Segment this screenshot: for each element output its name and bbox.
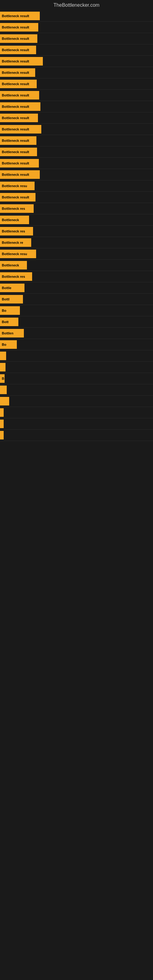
- bottleneck-label: Bottleneck re: [2, 241, 23, 244]
- bottleneck-bar[interactable]: Bottlen: [0, 329, 24, 337]
- bottleneck-bar[interactable]: Bottleneck result: [0, 125, 41, 134]
- list-item: Bo: [0, 339, 153, 350]
- bottleneck-bar[interactable]: Bottl: [0, 295, 23, 304]
- list-item: Bottleneck result: [0, 90, 153, 101]
- list-item: B: [0, 373, 153, 384]
- bottleneck-bar[interactable]: Bottleneck result: [0, 68, 35, 77]
- bottleneck-label: Bottleneck res: [2, 207, 25, 210]
- bottleneck-bar[interactable]: Bottleneck res: [0, 272, 32, 281]
- bottleneck-label: Bott: [2, 320, 9, 324]
- list-item: [0, 430, 153, 441]
- bottleneck-bar[interactable]: Bottleneck resu: [0, 250, 36, 258]
- list-item: Bottleneck: [0, 260, 153, 271]
- bottleneck-label: Bo: [2, 343, 6, 346]
- list-item: Bottleneck result: [0, 112, 153, 124]
- bottleneck-bar[interactable]: Bottleneck re: [0, 238, 31, 247]
- bottleneck-bar[interactable]: Bo: [0, 306, 20, 315]
- list-item: Bottleneck: [0, 215, 153, 226]
- bottleneck-bar[interactable]: Bottleneck resu: [0, 181, 35, 190]
- bottleneck-label: Bottleneck res: [2, 229, 25, 233]
- list-item: Bottlen: [0, 328, 153, 339]
- bottleneck-label: Bottleneck result: [2, 150, 29, 154]
- list-item: Bottleneck res: [0, 271, 153, 282]
- bottleneck-label: Bottleneck result: [2, 105, 29, 108]
- list-item: [0, 396, 153, 407]
- bottleneck-bar[interactable]: Bottleneck result: [0, 91, 39, 100]
- list-item: Bottleneck resu: [0, 248, 153, 260]
- bottleneck-bar[interactable]: [0, 420, 4, 428]
- bottleneck-bar[interactable]: Bottleneck result: [0, 148, 37, 156]
- bottleneck-label: Bottleneck result: [2, 59, 29, 63]
- list-item: Bottleneck result: [0, 67, 153, 78]
- list-item: Bottle: [0, 282, 153, 294]
- list-item: Bottleneck result: [0, 10, 153, 22]
- bottleneck-label: Bo: [2, 309, 6, 312]
- bottleneck-bar[interactable]: Bottleneck result: [0, 57, 43, 65]
- bottleneck-bar[interactable]: Bottleneck result: [0, 193, 35, 202]
- items-container: Bottleneck resultBottleneck resultBottle…: [0, 10, 153, 441]
- bottleneck-bar[interactable]: Bottle: [0, 283, 24, 292]
- bottleneck-bar[interactable]: [0, 385, 7, 394]
- list-item: Bottleneck resu: [0, 180, 153, 192]
- bottleneck-bar[interactable]: Bottleneck result: [0, 114, 38, 122]
- list-item: Bottleneck result: [0, 45, 153, 56]
- bottleneck-label: Bottleneck result: [2, 71, 29, 75]
- bottleneck-label: Bottleneck res: [2, 275, 25, 278]
- bottleneck-bar[interactable]: [0, 397, 9, 406]
- bottleneck-label: Bottle: [2, 286, 11, 290]
- list-item: Bottl: [0, 294, 153, 305]
- bottleneck-bar[interactable]: B: [0, 374, 5, 383]
- list-item: Bottleneck result: [0, 22, 153, 33]
- bottleneck-bar[interactable]: [0, 352, 6, 360]
- bottleneck-label: Bottleneck resu: [2, 184, 27, 188]
- bottleneck-bar[interactable]: Bottleneck result: [0, 80, 37, 88]
- bottleneck-bar[interactable]: Bottleneck result: [0, 23, 38, 32]
- bottleneck-bar[interactable]: [0, 408, 4, 417]
- bottleneck-label: Bottleneck result: [2, 161, 29, 165]
- bottleneck-bar[interactable]: Bottleneck result: [0, 159, 39, 167]
- bottleneck-bar[interactable]: Bott: [0, 318, 18, 326]
- bottleneck-bar[interactable]: Bottleneck result: [0, 34, 37, 43]
- list-item: [0, 362, 153, 373]
- bottleneck-label: Bottl: [2, 298, 10, 301]
- list-item: Bottleneck result: [0, 124, 153, 135]
- list-item: Bottleneck res: [0, 203, 153, 215]
- bottleneck-bar[interactable]: Bottleneck result: [0, 136, 37, 145]
- list-item: [0, 384, 153, 396]
- bottleneck-label: Bottleneck result: [2, 37, 29, 40]
- list-item: Bottleneck result: [0, 56, 153, 67]
- bottleneck-label: Bottleneck result: [2, 48, 29, 52]
- bottleneck-bar[interactable]: Bottleneck result: [0, 12, 40, 20]
- list-item: Bottleneck re: [0, 237, 153, 248]
- bottleneck-label: Bottleneck result: [2, 139, 29, 142]
- bottleneck-label: Bottleneck: [2, 218, 19, 222]
- bottleneck-label: Bottleneck result: [2, 82, 29, 86]
- list-item: Bo: [0, 305, 153, 317]
- bottleneck-label: Bottleneck result: [2, 94, 29, 97]
- list-item: Bottleneck result: [0, 101, 153, 112]
- bottleneck-bar[interactable]: Bottleneck result: [0, 102, 40, 111]
- list-item: Bottleneck result: [0, 146, 153, 158]
- bottleneck-bar[interactable]: Bottleneck result: [0, 46, 36, 54]
- bottleneck-bar[interactable]: Bottleneck: [0, 261, 27, 269]
- bottleneck-bar[interactable]: Bottleneck: [0, 216, 29, 224]
- list-item: Bottleneck result: [0, 78, 153, 90]
- list-item: Bottleneck result: [0, 192, 153, 203]
- bottleneck-label: Bottleneck resu: [2, 252, 27, 256]
- list-item: Bottleneck result: [0, 135, 153, 146]
- list-item: Bott: [0, 317, 153, 328]
- bottleneck-bar[interactable]: [0, 363, 5, 371]
- list-item: [0, 418, 153, 430]
- list-item: [0, 350, 153, 362]
- bottleneck-label: Bottleneck result: [2, 14, 29, 18]
- list-item: Bottleneck result: [0, 158, 153, 169]
- bottleneck-bar[interactable]: Bottleneck result: [0, 170, 40, 179]
- bottleneck-bar[interactable]: Bottleneck res: [0, 204, 33, 213]
- bottleneck-bar[interactable]: Bottleneck res: [0, 227, 33, 235]
- bottleneck-label: Bottleneck result: [2, 173, 29, 177]
- list-item: Bottleneck result: [0, 33, 153, 45]
- bottleneck-label: Bottleneck result: [2, 25, 29, 29]
- bottleneck-label: Bottleneck: [2, 263, 19, 267]
- bottleneck-bar[interactable]: [0, 431, 4, 439]
- bottleneck-bar[interactable]: Bo: [0, 340, 17, 349]
